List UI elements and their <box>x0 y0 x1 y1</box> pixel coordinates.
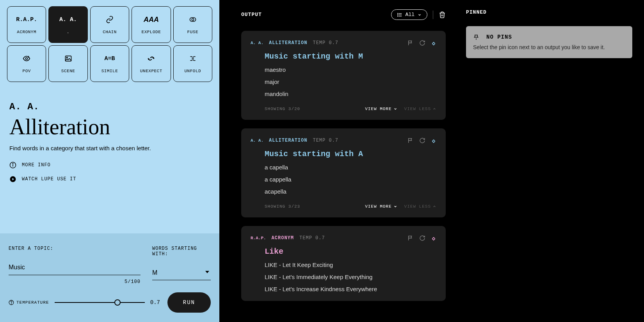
card-results: LIKE - Let It Keep ExcitingLIKE - Let's … <box>265 262 436 292</box>
tool-simile[interactable]: A=BSIMILE <box>90 45 129 82</box>
card-tool-icon: A. A. <box>251 41 263 45</box>
card-title: Music starting with A <box>265 149 436 158</box>
pin-button[interactable] <box>431 137 436 144</box>
letter-label: WORDS STARTING WITH: <box>152 246 211 257</box>
card-results: a capellaa cappellaacapella <box>265 164 436 195</box>
help-icon[interactable] <box>9 300 14 305</box>
unfold-icon <box>188 54 198 63</box>
watch-video-label: WATCH LUPE USE IT <box>22 176 76 182</box>
svg-rect-3 <box>65 56 71 61</box>
tool-scene[interactable]: SCENE <box>48 45 87 82</box>
chevron-down-icon <box>418 13 422 17</box>
svg-point-16 <box>397 13 398 13</box>
view-less-button[interactable]: VIEW LESS <box>404 204 436 209</box>
fuse-icon <box>188 15 198 24</box>
card-title: Like <box>265 247 436 256</box>
card-tool-icon: A. A. <box>251 138 263 143</box>
tool-label: FUSE <box>187 30 198 34</box>
letter-select[interactable]: M <box>152 267 211 280</box>
unexpect-icon <box>146 54 156 63</box>
left-panel: R.A.P.ACRONYMA. A..CHAINAAAEXPLODEFUSEPO… <box>0 0 219 322</box>
output-card: A. A.ALLITERATIONTEMP 0.7Music starting … <box>241 31 446 120</box>
pinned-panel: PINNED NO PINS Select the pin icon next … <box>457 0 644 322</box>
output-card: A. A.ALLITERATIONTEMP 0.7Music starting … <box>241 128 446 217</box>
topic-input[interactable] <box>9 262 141 275</box>
hero-title: Alliteration <box>9 114 210 139</box>
divider <box>433 11 433 19</box>
flag-button[interactable] <box>407 137 414 144</box>
tool-label: ACRONYM <box>17 30 36 34</box>
result-item: LIKE - Let's Immediately Keep Everything <box>265 274 436 280</box>
alliteration-icon: A. A. <box>59 15 77 24</box>
run-button[interactable]: RUN <box>167 292 211 313</box>
pinned-title: PINNED <box>466 9 632 15</box>
svg-point-8 <box>12 164 13 164</box>
hero-section: A. A. Alliteration Find words in a categ… <box>0 82 219 233</box>
svg-point-12 <box>11 304 12 304</box>
output-cards-list: A. A.ALLITERATIONTEMP 0.7Music starting … <box>241 31 446 301</box>
tool-label: UNFOLD <box>184 69 201 73</box>
hero-icon: A. A. <box>9 101 210 112</box>
view-more-button[interactable]: VIEW MORE <box>365 107 397 111</box>
result-item: a cappella <box>265 176 436 183</box>
card-results: maestromajormandolin <box>265 66 436 97</box>
card-tool-name: ALLITERATION <box>269 138 307 143</box>
tool-alliteration[interactable]: A. A.. <box>48 6 87 43</box>
slider-thumb[interactable] <box>114 299 121 306</box>
tool-label: SIMILE <box>101 69 118 73</box>
tool-label: UNEXPECT <box>140 69 162 73</box>
scene-icon <box>64 54 73 63</box>
output-card: R.A.P.ACRONYMTEMP 0.7LikeLIKE - Let It K… <box>241 226 446 301</box>
card-temp: TEMP 0.7 <box>299 235 325 241</box>
temperature-slider[interactable] <box>55 299 145 306</box>
controls-section: ENTER A TOPIC: 5/100 WORDS STARTING WITH… <box>0 233 219 322</box>
result-item: mandolin <box>265 91 436 97</box>
tool-fuse[interactable]: FUSE <box>173 6 212 43</box>
info-icon <box>9 162 16 169</box>
showing-count: SHOWING 3/23 <box>265 204 300 209</box>
tool-pov[interactable]: POV <box>7 45 46 82</box>
play-icon <box>9 176 16 183</box>
watch-video-link[interactable]: WATCH LUPE USE IT <box>9 176 210 183</box>
list-icon <box>397 12 402 18</box>
card-temp: TEMP 0.7 <box>313 40 338 46</box>
svg-point-2 <box>26 58 28 60</box>
result-item: maestro <box>265 66 436 73</box>
tool-label: SCENE <box>61 69 75 73</box>
tool-chain[interactable]: CHAIN <box>90 6 129 43</box>
flag-button[interactable] <box>407 235 414 241</box>
regenerate-button[interactable] <box>419 137 425 144</box>
tool-acronym[interactable]: R.A.P.ACRONYM <box>7 6 46 43</box>
regenerate-button[interactable] <box>419 40 425 46</box>
pin-button[interactable] <box>431 235 436 242</box>
tool-label: . <box>67 30 69 34</box>
chain-icon <box>105 15 115 24</box>
pin-button[interactable] <box>431 39 436 46</box>
result-item: major <box>265 78 436 85</box>
filter-dropdown[interactable]: All <box>391 9 427 20</box>
svg-point-4 <box>66 57 68 58</box>
no-pins-title: NO PINS <box>486 34 512 40</box>
tool-unfold[interactable]: UNFOLD <box>173 45 212 82</box>
showing-count: SHOWING 3/20 <box>265 107 300 111</box>
tool-explode[interactable]: AAAEXPLODE <box>132 6 171 43</box>
delete-all-button[interactable] <box>439 11 446 18</box>
view-less-button[interactable]: VIEW LESS <box>404 107 436 111</box>
explode-icon: AAA <box>144 15 159 24</box>
svg-point-17 <box>397 14 398 15</box>
card-tool-name: ACRONYM <box>272 235 294 241</box>
pov-icon <box>21 54 32 63</box>
card-tool-icon: R.A.P. <box>251 236 266 240</box>
tool-unexpect[interactable]: UNEXPECT <box>132 45 171 82</box>
temperature-label: TEMPERATURE <box>9 300 49 305</box>
flag-button[interactable] <box>407 40 414 46</box>
view-more-button[interactable]: VIEW MORE <box>365 204 397 209</box>
output-panel: OUTPUT All A. A.ALLITERATIONTEMP 0.7Musi… <box>219 0 457 322</box>
result-item: LIKE - Let's Increase Kindness Everywher… <box>265 286 436 292</box>
no-pins-description: Select the pin icon next to an output yo… <box>473 44 625 50</box>
more-info-link[interactable]: MORE INFO <box>9 162 210 169</box>
card-temp: TEMP 0.7 <box>313 138 338 143</box>
regenerate-button[interactable] <box>419 235 425 241</box>
pin-icon <box>473 34 479 40</box>
more-info-label: MORE INFO <box>22 162 51 168</box>
